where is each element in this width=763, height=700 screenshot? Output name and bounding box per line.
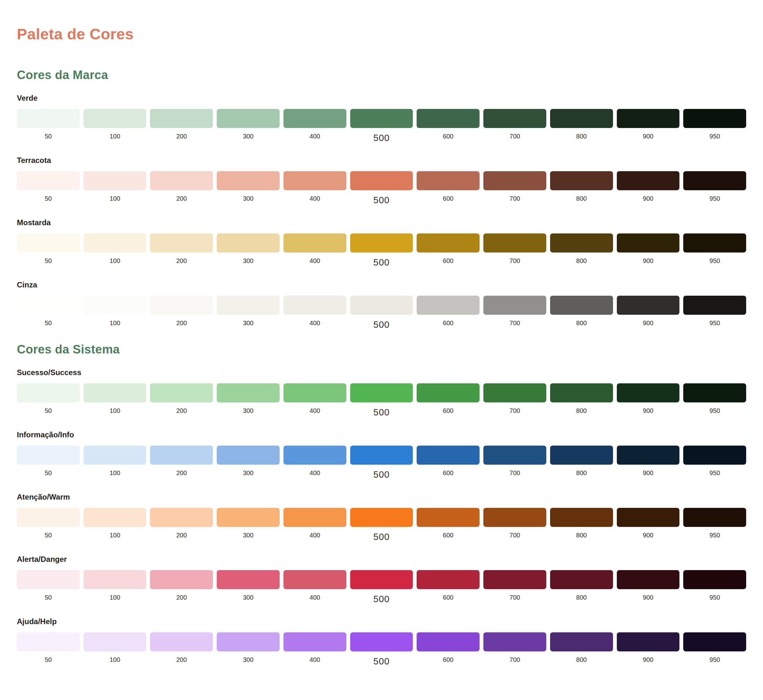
color-swatch — [284, 171, 346, 190]
shade-label: 800 — [550, 407, 613, 414]
color-swatch — [550, 632, 613, 652]
color-row-label: Terracota — [17, 156, 746, 165]
shade-label: 600 — [417, 656, 479, 664]
color-swatch — [17, 171, 80, 190]
shade-label: 600 — [417, 195, 479, 202]
shade-label: 50 — [17, 656, 80, 664]
color-swatch — [550, 296, 613, 315]
color-swatch — [350, 445, 413, 465]
color-swatch — [150, 570, 213, 589]
color-swatch — [417, 570, 479, 589]
color-swatch — [683, 632, 746, 652]
color-swatch — [350, 171, 413, 190]
color-swatch — [683, 171, 746, 190]
shade-label: 600 — [417, 594, 479, 601]
color-swatch — [83, 632, 147, 652]
shade-label: 100 — [83, 531, 147, 539]
color-swatch — [417, 632, 479, 652]
shade-label: 400 — [284, 319, 346, 327]
color-swatch — [284, 508, 346, 527]
color-swatch — [683, 383, 746, 402]
shade-label: 700 — [483, 195, 546, 202]
shade-label: 900 — [617, 656, 680, 664]
color-swatch — [617, 383, 680, 402]
color-swatch — [150, 383, 213, 402]
shade-label: 400 — [284, 257, 346, 264]
shade-label: 600 — [417, 257, 479, 264]
shade-label: 400 — [284, 195, 346, 202]
color-swatch — [150, 109, 213, 128]
shade-label: 800 — [550, 469, 613, 477]
color-swatch — [17, 296, 80, 315]
color-swatch — [284, 296, 346, 315]
shade-label: 800 — [550, 257, 613, 264]
shade-label: 100 — [83, 656, 147, 664]
shade-label: 50 — [17, 594, 80, 601]
color-swatch — [17, 233, 80, 253]
shade-label: 300 — [217, 469, 280, 477]
color-row-label: Alerta/Danger — [17, 555, 746, 564]
shade-label: 950 — [683, 531, 746, 539]
shade-label: 950 — [683, 594, 746, 601]
color-swatch — [83, 570, 147, 589]
color-row: Terracota 50 100 200 300 400 500 600 700… — [17, 156, 746, 205]
color-swatch — [284, 445, 346, 465]
color-swatch — [217, 171, 280, 190]
color-swatch — [550, 109, 613, 128]
color-swatch — [683, 445, 746, 465]
color-row-label: Sucesso/Success — [17, 368, 746, 377]
color-swatch — [350, 109, 413, 128]
color-swatch — [150, 296, 213, 315]
shade-label-strip: 50 100 200 300 400 500 600 700 800 900 9… — [17, 531, 746, 542]
shade-label: 950 — [683, 257, 746, 264]
shade-label-strip: 50 100 200 300 400 500 600 700 800 900 9… — [17, 407, 746, 418]
color-swatch — [350, 508, 413, 527]
color-swatch — [217, 570, 280, 589]
color-swatch — [483, 383, 546, 402]
color-swatch — [17, 109, 80, 128]
shade-label: 100 — [83, 195, 147, 202]
shade-label: 200 — [150, 133, 213, 140]
swatch-strip — [17, 233, 746, 253]
color-swatch — [83, 296, 147, 315]
shade-label-strip: 50 100 200 300 400 500 600 700 800 900 9… — [17, 656, 746, 667]
color-swatch — [83, 508, 147, 527]
color-swatch — [217, 508, 280, 527]
color-swatch — [417, 296, 479, 315]
color-swatch — [683, 570, 746, 589]
shade-label: 50 — [17, 257, 80, 264]
shade-label-strip: 50 100 200 300 400 500 600 700 800 900 9… — [17, 195, 746, 205]
shade-label: 900 — [617, 594, 680, 601]
shade-label: 200 — [150, 531, 213, 539]
color-swatch — [150, 233, 213, 253]
color-swatch — [617, 632, 680, 652]
shade-label: 700 — [483, 407, 546, 414]
color-swatch — [150, 171, 213, 190]
shade-label: 200 — [150, 594, 213, 601]
shade-label: 800 — [550, 531, 613, 539]
shade-label: 500 — [350, 469, 413, 480]
shade-label: 700 — [483, 133, 546, 140]
shade-label: 700 — [483, 531, 546, 539]
color-row: Informação/Info 50 100 200 300 400 500 6… — [17, 430, 746, 480]
shade-label: 100 — [83, 319, 147, 327]
shade-label: 300 — [217, 319, 280, 327]
color-row-label: Verde — [17, 94, 746, 103]
color-swatch — [83, 383, 147, 402]
shade-label: 900 — [617, 319, 680, 327]
shade-label: 50 — [17, 195, 80, 202]
shade-label: 800 — [550, 656, 613, 664]
color-swatch — [150, 445, 213, 465]
color-swatch — [17, 383, 80, 402]
swatch-strip — [17, 296, 746, 315]
color-swatch — [350, 632, 413, 652]
swatch-strip — [17, 383, 746, 402]
shade-label: 950 — [683, 656, 746, 664]
color-swatch — [217, 445, 280, 465]
shade-label: 100 — [83, 133, 147, 140]
shade-label: 500 — [350, 594, 413, 605]
shade-label: 800 — [550, 195, 613, 202]
color-swatch — [83, 171, 147, 190]
color-swatch — [217, 109, 280, 128]
swatch-strip — [17, 109, 746, 128]
